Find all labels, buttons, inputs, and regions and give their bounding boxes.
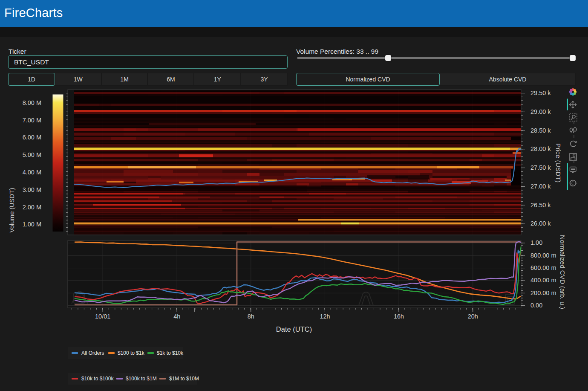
svg-text:28.00 k: 28.00 k bbox=[530, 145, 551, 152]
svg-text:Price (USDT): Price (USDT) bbox=[555, 143, 562, 182]
svg-text:12h: 12h bbox=[320, 313, 330, 320]
svg-text:26.50 k: 26.50 k bbox=[530, 202, 551, 209]
svg-text:8.00 M: 8.00 M bbox=[23, 99, 41, 106]
svg-text:29.00 k: 29.00 k bbox=[530, 108, 551, 115]
svg-text:200.00 m: 200.00 m bbox=[530, 290, 556, 296]
svg-text:8h: 8h bbox=[248, 313, 254, 320]
svg-text:27.50 k: 27.50 k bbox=[530, 164, 551, 171]
svg-text:Volume (USDT): Volume (USDT) bbox=[8, 188, 15, 232]
svg-text:16h: 16h bbox=[394, 313, 404, 320]
svg-text:4.00 M: 4.00 M bbox=[23, 169, 41, 176]
svg-text:29.50 k: 29.50 k bbox=[530, 90, 551, 96]
svg-text:400.00 m: 400.00 m bbox=[530, 277, 556, 284]
svg-text:2.00 M: 2.00 M bbox=[23, 204, 41, 211]
svg-text:Date (UTC): Date (UTC) bbox=[276, 325, 312, 333]
svg-text:10/01: 10/01 bbox=[95, 313, 110, 320]
svg-text:20h: 20h bbox=[468, 313, 478, 320]
svg-text:5.00 M: 5.00 M bbox=[23, 151, 41, 158]
svg-text:6.00 M: 6.00 M bbox=[23, 134, 41, 141]
svg-text:800.00 m: 800.00 m bbox=[530, 252, 556, 259]
svg-text:600.00 m: 600.00 m bbox=[530, 264, 556, 271]
svg-text:26.00 k: 26.00 k bbox=[530, 220, 551, 227]
svg-text:3.00 M: 3.00 M bbox=[23, 186, 41, 193]
svg-text:4h: 4h bbox=[173, 313, 180, 320]
svg-text:1.00 M: 1.00 M bbox=[23, 221, 41, 228]
svg-text:1.00: 1.00 bbox=[530, 239, 542, 246]
svg-text:Normalized CVD (arb. u.): Normalized CVD (arb. u.) bbox=[559, 235, 566, 309]
svg-text:0.00: 0.00 bbox=[530, 302, 542, 309]
svg-text:27.00 k: 27.00 k bbox=[530, 183, 551, 190]
svg-text:7.00 M: 7.00 M bbox=[23, 117, 41, 124]
svg-text:28.50 k: 28.50 k bbox=[530, 127, 551, 134]
